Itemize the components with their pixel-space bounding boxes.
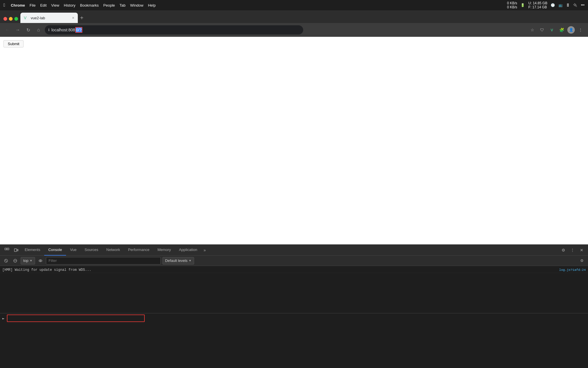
fullscreen-window-button[interactable] — [14, 17, 18, 21]
eye-icon[interactable] — [37, 257, 44, 264]
devtools-more-button[interactable]: ⋮ — [568, 246, 577, 254]
svg-line-4 — [5, 260, 7, 262]
device-toolbar-icon[interactable] — [11, 246, 21, 255]
log-text: [HMR] Waiting for update signal from WDS… — [2, 268, 91, 272]
address-bar: ← → ↻ ⌂ ℹ localhost:8080/? ☆ 🛡 V 🧩 👤 ⋮ — [0, 23, 588, 37]
close-window-button[interactable] — [3, 17, 7, 21]
log-source-link[interactable]: log.js?1afd:24 — [559, 268, 586, 272]
disk-usage: U: 14.85 GBF: 17.14 GB — [528, 1, 547, 9]
window-controls — [2, 17, 20, 23]
address-url[interactable]: localhost:8080/? — [51, 28, 300, 32]
home-button[interactable]: ⌂ — [34, 26, 42, 34]
controlcenter-icon: 🎛 — [566, 3, 570, 7]
vue-devtools-icon[interactable]: V — [548, 26, 556, 34]
tab-close-button[interactable]: × — [72, 16, 74, 20]
menu-edit[interactable]: Edit — [40, 3, 47, 7]
system-status: 0 KB/s0 KB/s 🔋 U: 14.85 GBF: 17.14 GB 🕐 … — [507, 1, 585, 9]
address-input-wrapper[interactable]: ℹ localhost:8080/? — [45, 25, 303, 34]
profile-avatar[interactable]: 👤 — [567, 26, 575, 34]
apple-logo[interactable]:  — [3, 3, 5, 8]
browser-window: V vue2-lab × + ← → ↻ ⌂ ℹ localhost:8080/… — [0, 10, 588, 368]
page-content: Submit — [0, 37, 588, 244]
mac-menubar:  Chrome File Edit View History Bookmark… — [0, 0, 588, 10]
tab-bar: V vue2-lab × + — [0, 10, 588, 23]
devtools-console: [HMR] Waiting for update signal from WDS… — [0, 266, 588, 313]
tab-sources[interactable]: Sources — [81, 245, 102, 256]
browser-tab-active[interactable]: V vue2-lab × — [20, 13, 78, 23]
airplay-icon: 📺 — [558, 3, 563, 7]
context-selector-value: top — [23, 258, 28, 263]
console-input[interactable] — [7, 315, 145, 322]
menu-history[interactable]: History — [64, 3, 75, 7]
puzzle-icon[interactable]: 🧩 — [558, 26, 566, 34]
clock-icon: 🕐 — [551, 3, 555, 7]
forward-button[interactable]: → — [14, 26, 22, 34]
block-icon[interactable] — [11, 257, 19, 264]
devtools-empty-space — [0, 323, 588, 368]
console-settings-button[interactable]: ⚙ — [578, 257, 586, 264]
svg-point-8 — [40, 260, 41, 261]
devtools-close-button[interactable]: ✕ — [578, 246, 586, 254]
extension-icon: 🔌 — [573, 3, 577, 7]
tab-memory[interactable]: Memory — [153, 245, 175, 256]
reload-button[interactable]: ↻ — [24, 26, 32, 34]
url-highlight: 0/? — [75, 27, 82, 33]
devtools-tab-bar: Elements Console Vue Sources Network Per… — [0, 245, 588, 256]
address-right-icons: ☆ 🛡 V 🧩 👤 ⋮ — [528, 26, 585, 34]
devtools-panel: Elements Console Vue Sources Network Per… — [0, 244, 588, 368]
submit-button[interactable]: Submit — [3, 40, 24, 47]
extension-shield-icon[interactable]: 🛡 — [538, 26, 546, 34]
more-tabs-button[interactable]: » — [201, 248, 208, 252]
context-selector[interactable]: top ▼ — [21, 257, 35, 264]
svg-rect-1 — [14, 249, 17, 252]
more-icon: ••• — [581, 3, 585, 7]
tab-elements[interactable]: Elements — [21, 245, 44, 256]
devtools-actions: ⚙ ⋮ ✕ — [559, 246, 586, 254]
devtools-input-area: ► — [0, 313, 588, 323]
log-level-arrow: ▼ — [189, 259, 192, 262]
tab-console[interactable]: Console — [44, 245, 66, 256]
filter-input[interactable] — [46, 257, 161, 264]
network-speed: 0 KB/s0 KB/s — [507, 1, 517, 9]
menu-bookmarks[interactable]: Bookmarks — [80, 3, 99, 7]
battery-icon: 🔋 — [521, 3, 525, 7]
menu-view[interactable]: View — [51, 3, 59, 7]
menu-tab[interactable]: Tab — [119, 3, 125, 7]
tab-performance[interactable]: Performance — [124, 245, 153, 256]
minimize-window-button[interactable] — [9, 17, 13, 21]
tab-title: vue2-lab — [31, 16, 70, 20]
context-selector-arrow: ▼ — [30, 259, 32, 262]
log-level-selector[interactable]: Default levels ▼ — [163, 257, 194, 264]
menu-people[interactable]: People — [103, 3, 115, 7]
tab-application[interactable]: Application — [175, 245, 201, 256]
tab-network[interactable]: Network — [102, 245, 124, 256]
back-button[interactable]: ← — [3, 26, 11, 34]
inspect-element-icon[interactable] — [2, 246, 11, 255]
console-log-line: [HMR] Waiting for update signal from WDS… — [0, 267, 588, 273]
new-tab-button[interactable]: + — [78, 15, 86, 23]
devtools-settings-button[interactable]: ⚙ — [559, 246, 567, 254]
menu-file[interactable]: File — [30, 3, 36, 7]
security-icon: ℹ — [48, 28, 50, 32]
log-level-value: Default levels — [165, 258, 187, 263]
tab-favicon-vue: V — [24, 16, 28, 20]
clear-console-button[interactable] — [2, 257, 10, 264]
chrome-menu-button[interactable]: ⋮ — [577, 26, 585, 34]
bookmark-icon[interactable]: ☆ — [528, 26, 536, 34]
svg-rect-0 — [5, 248, 7, 250]
menu-help[interactable]: Help — [148, 3, 156, 7]
svg-rect-2 — [17, 249, 18, 251]
tab-vue[interactable]: Vue — [66, 245, 81, 256]
devtools-toolbar: top ▼ Default levels ▼ ⚙ — [0, 256, 588, 266]
menu-chrome[interactable]: Chrome — [11, 3, 25, 7]
menu-window[interactable]: Window — [130, 3, 143, 7]
console-prompt-icon: ► — [2, 316, 5, 321]
